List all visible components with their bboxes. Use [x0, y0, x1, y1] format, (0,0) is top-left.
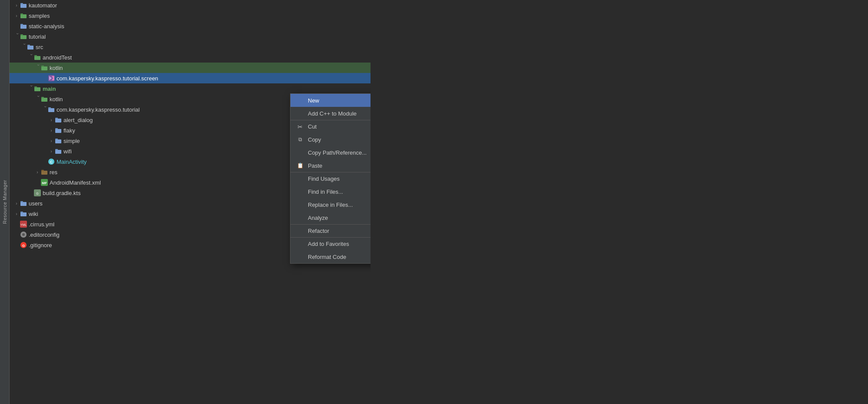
svg-rect-8 — [27, 46, 33, 50]
arrow-icon: › — [48, 148, 55, 155]
res-folder-icon — [41, 169, 48, 176]
tree-item-label: samples — [29, 13, 50, 19]
svg-text:C: C — [50, 160, 53, 164]
svg-rect-33 — [41, 171, 47, 175]
tree-item-tutorial[interactable]: › tutorial — [10, 31, 371, 42]
tree-item-kotlin-androidtest[interactable]: › kotlin — [10, 63, 371, 73]
git-icon: G — [20, 242, 27, 248]
menu-item-reformat-label: Reformat Code — [308, 254, 371, 260]
replace-icon — [296, 200, 304, 209]
svg-rect-9 — [27, 45, 30, 46]
tree-item-label: AndroidManifest.xml — [50, 179, 101, 186]
folder-icon — [20, 200, 27, 207]
arrow-icon: › — [41, 106, 48, 113]
config-icon — [20, 231, 27, 238]
tree-item-screen-file[interactable]: › com.kaspersky.kaspresso.tutorial.scree… — [10, 73, 371, 83]
add-cpp-icon — [296, 109, 304, 118]
gradle-icon: G — [34, 189, 41, 196]
folder-icon — [55, 127, 62, 134]
tree-item-label: static-analysis — [29, 23, 64, 30]
svg-text:G: G — [22, 244, 25, 248]
cut-icon: ✂ — [296, 123, 304, 131]
context-menu: New › S C++ Class C C/C++ Source File — [290, 93, 371, 264]
svg-rect-19 — [41, 98, 47, 102]
tree-item-src[interactable]: › src — [10, 42, 371, 52]
svg-rect-11 — [34, 55, 37, 56]
menu-item-replace-in-files[interactable]: Replace in Files... ⇧⌘R — [290, 198, 371, 211]
folder-green-icon — [34, 54, 41, 61]
menu-item-reformat-code[interactable]: Reformat Code ⌥⌘L — [290, 250, 371, 263]
svg-rect-18 — [34, 86, 37, 88]
tree-item-label: users — [29, 200, 43, 207]
svg-rect-2 — [20, 14, 27, 18]
resource-manager-bar: Resource Manager — [0, 0, 10, 404]
menu-item-copy[interactable]: ⧉ Copy ⌘C — [290, 133, 371, 146]
svg-rect-20 — [41, 97, 44, 98]
folder-icon — [55, 137, 62, 144]
folder-green-icon — [41, 96, 48, 103]
svg-rect-28 — [55, 139, 58, 140]
menu-item-find-usages-label: Find Usages — [308, 176, 371, 182]
svg-rect-41 — [20, 212, 27, 216]
arrow-icon: › — [48, 127, 55, 134]
tree-item-label: tutorial — [29, 33, 46, 40]
menu-item-new[interactable]: New › S C++ Class C C/C++ Source File — [290, 94, 371, 107]
svg-rect-27 — [55, 139, 61, 143]
svg-rect-5 — [20, 24, 23, 25]
svg-rect-25 — [55, 129, 61, 133]
menu-item-add-to-favorites[interactable]: Add to Favorites › — [290, 237, 371, 250]
arrow-icon: › — [27, 85, 34, 92]
arrow-icon: › — [34, 169, 41, 176]
svg-rect-39 — [20, 202, 27, 206]
find-usages-icon — [296, 175, 304, 183]
tree-item-label: MainActivity — [57, 159, 87, 165]
svg-rect-29 — [55, 150, 61, 154]
tree-item-label: wiki — [29, 211, 38, 217]
tree-item-main[interactable]: › main — [10, 83, 371, 94]
tree-item-label: kotlin — [50, 65, 63, 71]
folder-green-icon — [34, 85, 41, 92]
menu-item-find-usages[interactable]: Find Usages ⌥F7 — [290, 172, 371, 185]
arrow-icon: › — [13, 33, 20, 40]
folder-icon — [20, 210, 27, 217]
arrow-icon: › — [13, 200, 20, 207]
folder-icon — [55, 116, 62, 123]
menu-item-find-in-files[interactable]: Find in Files... ⇧⌘F — [290, 185, 371, 198]
tree-item-label: wifi — [63, 148, 72, 155]
kotlin-file-icon — [48, 75, 55, 82]
arrow-icon: › — [34, 96, 41, 103]
tree-item-androidtest[interactable]: › androidTest — [10, 52, 371, 63]
tree-item-label: src — [36, 44, 43, 50]
svg-rect-3 — [20, 13, 23, 15]
menu-item-analyze[interactable]: Analyze › — [290, 211, 371, 224]
folder-icon — [20, 2, 27, 9]
reformat-icon — [296, 252, 304, 261]
tree-item-static-analysis[interactable]: › static-analysis — [10, 21, 371, 31]
menu-item-copy-path[interactable]: Copy Path/Reference... — [290, 146, 371, 159]
svg-rect-6 — [20, 35, 27, 39]
tree-item-samples[interactable]: › samples — [10, 10, 371, 21]
menu-item-cut[interactable]: ✂ Cut ⌘X — [290, 120, 371, 133]
arrow-icon: › — [20, 43, 27, 50]
menu-item-add-cpp[interactable]: Add C++ to Module — [290, 107, 371, 120]
arrow-icon: › — [13, 12, 20, 19]
yaml-icon: YML — [20, 221, 27, 228]
tree-item-label: build.gradle.kts — [43, 190, 80, 196]
tree-item-label: res — [50, 169, 57, 176]
folder-icon — [20, 23, 27, 30]
menu-item-copy-label: Copy — [308, 136, 371, 143]
menu-item-paste[interactable]: 📋 Paste ⌘V — [290, 159, 371, 172]
svg-text:YML: YML — [20, 223, 27, 226]
svg-rect-22 — [48, 107, 51, 109]
tree-item-label: .cirrus.yml — [29, 221, 54, 228]
menu-item-refactor[interactable]: Refactor › — [290, 224, 371, 237]
menu-item-favorites-label: Add to Favorites — [308, 241, 371, 247]
menu-item-analyze-label: Analyze — [308, 215, 371, 221]
svg-rect-40 — [20, 201, 23, 202]
tree-item-label: com.kaspersky.kaspresso.tutorial — [57, 106, 140, 113]
tree-item-label: flaky — [63, 127, 75, 134]
menu-item-find-files-label: Find in Files... — [308, 189, 371, 195]
tree-item-kautomator[interactable]: › kautomator — [10, 0, 371, 10]
menu-item-refactor-label: Refactor — [308, 228, 371, 234]
manifest-icon: MF — [41, 179, 48, 186]
